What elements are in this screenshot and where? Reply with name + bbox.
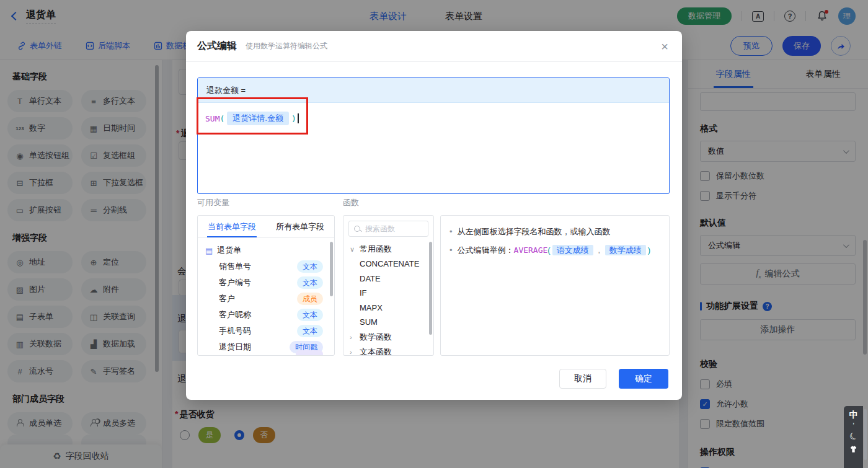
moon-icon[interactable]: ☾ <box>847 430 859 443</box>
modal-footer: 取消 确定 <box>559 369 668 389</box>
variable-item[interactable]: 客户昵称文本 <box>205 307 328 323</box>
formula-editor-modal: 公式编辑 使用数学运算符编辑公式 × 退款金额 = SUM(退货详情.金额) 可… <box>186 31 682 400</box>
clipped-badge <box>296 350 323 356</box>
modal-title: 公式编辑 <box>197 40 237 53</box>
function-item[interactable]: CONCATENATE <box>350 257 433 272</box>
function-group-common[interactable]: ∨常用函数 <box>350 242 433 257</box>
formula-editor-box[interactable]: 退款金额 = SUM(退货详情.金额) <box>197 77 670 194</box>
confirm-button[interactable]: 确定 <box>619 369 668 389</box>
function-item[interactable]: MAPX <box>350 301 433 316</box>
variable-item[interactable]: 销售单号文本 <box>205 258 328 275</box>
type-badge: 文本 <box>297 309 323 321</box>
function-group-text[interactable]: ›文本函数 <box>350 345 433 356</box>
formula-function-token: SUM <box>205 114 219 123</box>
example-function-token: AVERAGE <box>514 245 548 255</box>
variables-box: 当前表单字段 所有表单字段 ▤ 退货单 销售单号文本 客户编号文本 客户成员 客… <box>197 215 335 356</box>
tab-all-form-fields[interactable]: 所有表单字段 <box>266 216 334 237</box>
function-item[interactable]: DATE <box>350 272 433 286</box>
function-item[interactable]: SUM <box>350 315 433 330</box>
type-badge: 文本 <box>297 260 323 273</box>
variable-item[interactable]: 客户成员 <box>205 291 328 307</box>
example-field-token: 数学成绩 <box>605 245 646 255</box>
text-cursor <box>298 113 299 123</box>
app-root: 退货单 表单设计 表单设置 数据管理 A ? 理 表单外链 <box>0 0 868 468</box>
help-example: • 公式编辑举例：AVERAGE(语文成绩，数学成绩) <box>450 244 660 257</box>
help-tip: • 从左侧面板选择字段名和函数，或输入函数 <box>450 226 660 238</box>
function-list: ∨常用函数 CONCATENATE DATE IF MAPX SUM ›数学函数… <box>343 241 433 356</box>
chevron-collapsed-icon: › <box>350 348 356 356</box>
variable-item[interactable]: 手机号码文本 <box>205 323 328 339</box>
chevron-collapsed-icon: › <box>350 333 356 341</box>
function-search-input[interactable] <box>365 224 423 233</box>
variable-item[interactable]: 客户编号文本 <box>205 275 328 291</box>
function-item[interactable]: IF <box>350 286 433 301</box>
formula-help-box: • 从左侧面板选择字段名和函数，或输入函数 • 公式编辑举例：AVERAGE(语… <box>440 215 670 356</box>
example-field-token: 语文成绩 <box>552 245 593 255</box>
type-badge: 文本 <box>297 276 323 289</box>
variables-list: ▤ 退货单 销售单号文本 客户编号文本 客户成员 客户昵称文本 手机号码文本 退… <box>198 238 334 355</box>
search-icon <box>353 225 361 233</box>
variables-scrollbar[interactable] <box>330 242 333 296</box>
function-group-math[interactable]: ›数学函数 <box>350 330 433 345</box>
functions-scrollbar[interactable] <box>429 242 432 335</box>
form-doc-icon: ▤ <box>205 246 213 255</box>
ime-toolbar[interactable]: 中 ’ ☾ <box>844 406 863 468</box>
formula-expression[interactable]: SUM(退货详情.金额) <box>198 103 669 134</box>
page-scrollbar[interactable] <box>864 409 867 460</box>
cancel-button[interactable]: 取消 <box>559 369 606 389</box>
variables-tabs: 当前表单字段 所有表单字段 <box>198 216 334 238</box>
type-badge: 文本 <box>297 325 323 337</box>
skin-shirt-icon[interactable] <box>849 445 858 453</box>
ime-separator-icon: ’ <box>852 424 854 428</box>
type-badge: 成员 <box>297 293 323 305</box>
functions-box: ∨常用函数 CONCATENATE DATE IF MAPX SUM ›数学函数… <box>343 215 434 356</box>
modal-subtitle: 使用数学运算符编辑公式 <box>246 41 327 51</box>
ime-language-indicator[interactable]: 中 <box>849 410 858 421</box>
modal-header: 公式编辑 使用数学运算符编辑公式 × <box>186 31 682 62</box>
formula-target: 退款金额 = <box>198 78 669 103</box>
form-node[interactable]: ▤ 退货单 <box>205 242 328 258</box>
chevron-expanded-icon: ∨ <box>350 245 356 254</box>
function-search <box>348 221 428 237</box>
functions-panel-label: 函数 <box>343 197 359 208</box>
formula-field-token[interactable]: 退货详情.金额 <box>227 112 289 125</box>
close-icon[interactable]: × <box>661 40 668 53</box>
tab-current-form-fields[interactable]: 当前表单字段 <box>198 216 266 237</box>
variables-panel-label: 可用变量 <box>197 197 229 208</box>
